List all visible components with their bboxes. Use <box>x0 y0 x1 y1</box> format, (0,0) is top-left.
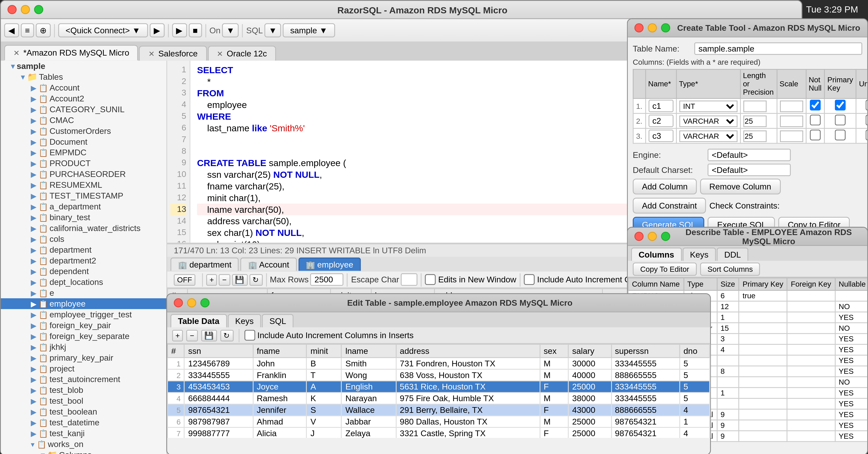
et-close-btn[interactable] <box>174 298 183 307</box>
et-cell-salary[interactable]: 25000 <box>568 381 611 392</box>
et-cell-dno[interactable]: 1 <box>680 416 710 427</box>
dt-cell-nullable[interactable]: YES <box>835 431 867 442</box>
dt-cell-nullable[interactable]: YES <box>835 388 867 398</box>
dt-cell-pk[interactable] <box>739 301 787 312</box>
tab-salesforce-close[interactable]: ✕ <box>148 50 155 58</box>
et-cell-lname[interactable]: Narayan <box>342 392 396 404</box>
sidebar-item-workson[interactable]: ▾ 📋 works_on <box>1 439 166 450</box>
dt-cell-size[interactable]: 15 <box>717 323 739 333</box>
ct-col-name-1[interactable] <box>648 100 673 112</box>
et-cell-lname[interactable]: Wong <box>342 369 396 381</box>
et-cell-minit[interactable]: J <box>307 427 342 438</box>
ct-col-scale-3[interactable] <box>779 130 803 142</box>
et-col-sex[interactable]: sex <box>540 344 568 358</box>
refresh-btn[interactable]: ↻ <box>249 274 262 285</box>
et-cell-superssn[interactable]: 888665555 <box>611 369 680 381</box>
et-col-lname[interactable]: lname <box>342 344 396 358</box>
db-select[interactable]: sample ▼ <box>283 23 335 37</box>
et-col-salary[interactable]: salary <box>568 344 611 358</box>
dt-cell-pk[interactable] <box>739 366 787 377</box>
sidebar-item-binarytest[interactable]: ▶ 📋 binary_test <box>1 212 166 223</box>
et-cell-fname[interactable]: Ahmad <box>253 416 307 427</box>
et-cell-superssn[interactable]: 333445555 <box>611 358 680 369</box>
dt-cell-nullable[interactable]: NO <box>835 301 867 312</box>
et-cell-dno[interactable]: 5 <box>680 381 710 392</box>
et-cell-address[interactable]: 5631 Rice, Houston TX <box>396 381 540 392</box>
sidebar-item-customerorders[interactable]: ▶ 📋 CustomerOrders <box>1 125 166 136</box>
dt-cell-size[interactable]: 1 <box>717 312 739 323</box>
et-cell-ssn[interactable]: 999887777 <box>185 427 253 438</box>
dt-cell-pk[interactable] <box>739 420 787 431</box>
sidebar-item-account[interactable]: ▶ 📋 Account <box>1 82 166 93</box>
et-cell-address[interactable]: 975 Fire Oak, Humble TX <box>396 392 540 404</box>
run-btn[interactable]: ▶ <box>172 23 187 37</box>
et-cell-sex[interactable]: M <box>540 416 568 427</box>
dt-cell-fk[interactable] <box>787 366 835 377</box>
et-cell-dno[interactable]: 5 <box>680 369 710 381</box>
et-cell-minit[interactable]: A <box>307 381 342 392</box>
et-col-dno[interactable]: dno <box>680 344 710 358</box>
dt-tab-keys[interactable]: Keys <box>682 248 716 261</box>
et-cell-salary[interactable]: 25000 <box>568 416 611 427</box>
et-cell-fname[interactable]: Franklin <box>253 369 307 381</box>
dt-tab-columns[interactable]: Columns <box>631 248 682 261</box>
tab-amazon-close[interactable]: ✕ <box>13 48 20 57</box>
quick-connect-btn[interactable]: <Quick Connect> ▼ <box>58 23 148 37</box>
maximize-button[interactable] <box>34 5 43 14</box>
ct-min-btn[interactable] <box>648 23 657 32</box>
dt-cell-pk[interactable] <box>739 355 787 366</box>
et-cell-superssn[interactable]: 987654321 <box>611 416 680 427</box>
et-table-row[interactable]: 2 333445555 Franklin T Wong 638 Voss, Ho… <box>167 369 710 381</box>
dt-cell-pk[interactable] <box>739 377 787 388</box>
dt-cell-pk[interactable] <box>739 344 787 355</box>
dt-cell-size[interactable]: 9 <box>717 420 739 431</box>
et-cell-dno[interactable]: 5 <box>680 392 710 404</box>
et-add-btn[interactable]: + <box>172 329 183 341</box>
et-table-row[interactable]: 7 999887777 Alicia J Zelaya 3321 Castle,… <box>167 427 710 438</box>
dt-max-btn[interactable] <box>661 232 670 241</box>
sidebar-item-pkpair[interactable]: ▶ 📋 primary_key_pair <box>1 352 166 363</box>
et-cell-salary[interactable]: 38000 <box>568 392 611 404</box>
ct-col-pk-3[interactable] <box>835 130 846 140</box>
sidebar-item-e[interactable]: ▶ 📋 e <box>1 288 166 298</box>
sidebar-item-sample[interactable]: ▾ sample <box>1 61 166 71</box>
save-row-btn[interactable]: 💾 <box>231 274 247 285</box>
et-table-row[interactable]: 4 666884444 Ramesh K Narayan 975 Fire Oa… <box>167 392 710 404</box>
sidebar-item-dependent[interactable]: ▶ 📋 dependent <box>1 266 166 277</box>
dt-cell-size[interactable]: 6 <box>717 290 739 301</box>
dt-cell-fk[interactable] <box>787 333 835 344</box>
ct-max-btn[interactable] <box>661 23 670 32</box>
et-col-address[interactable]: address <box>396 344 540 358</box>
et-cell-dno[interactable]: 4 <box>680 427 710 438</box>
sidebar-item-autoincrement[interactable]: ▶ 📋 test_autoincrement <box>1 374 166 385</box>
dt-cell-nullable[interactable]: YES <box>835 355 867 366</box>
et-cell-address[interactable]: 731 Fondren, Houston TX <box>396 358 540 369</box>
on-toggle[interactable]: ▼ <box>222 23 239 37</box>
et-cell-dno[interactable]: 5 <box>680 358 710 369</box>
sidebar-item-cols[interactable]: ▶ 📋 cols <box>1 233 166 244</box>
et-cell-salary[interactable]: 43000 <box>568 404 611 416</box>
ct-col-length-2[interactable] <box>743 115 766 127</box>
ct-col-name-3[interactable] <box>648 130 673 142</box>
et-cell-lname[interactable]: Wallace <box>342 404 396 416</box>
sidebar-item-testboolean[interactable]: ▶ 📋 test_boolean <box>1 406 166 417</box>
ct-col-unique-2[interactable] <box>865 115 868 125</box>
dt-cell-nullable[interactable]: YES <box>835 344 867 355</box>
dt-cell-pk[interactable] <box>739 431 787 442</box>
et-cell-ssn[interactable]: 666884444 <box>185 392 253 404</box>
add-row-btn[interactable]: + <box>206 274 217 285</box>
dt-cell-size[interactable] <box>717 355 739 366</box>
dt-cell-fk[interactable] <box>787 312 835 323</box>
dt-cell-fk[interactable] <box>787 290 835 301</box>
et-cell-minit[interactable]: V <box>307 416 342 427</box>
et-cell-sex[interactable]: M <box>540 358 568 369</box>
sidebar-item-testdatetime[interactable]: ▶ 📋 test_datetime <box>1 417 166 428</box>
ct-col-name-2[interactable] <box>648 115 673 127</box>
et-cell-ssn[interactable]: 333445555 <box>185 369 253 381</box>
et-cell-sex[interactable]: M <box>540 392 568 404</box>
et-cell-salary[interactable]: 30000 <box>568 358 611 369</box>
delete-row-btn[interactable]: − <box>219 274 230 285</box>
et-cell-fname[interactable]: Joyce <box>253 381 307 392</box>
sidebar-item-testkanji[interactable]: ▶ 📋 test_kanji <box>1 428 166 439</box>
et-col-minit[interactable]: minit <box>307 344 342 358</box>
